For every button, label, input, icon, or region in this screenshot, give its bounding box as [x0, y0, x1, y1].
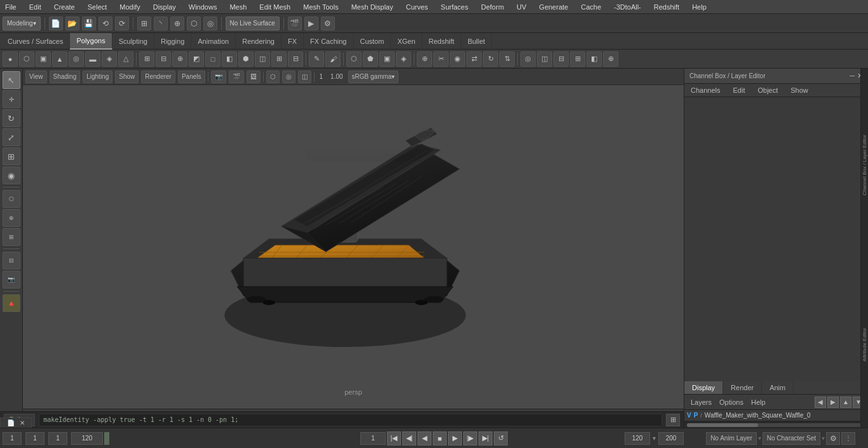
layer-up-btn[interactable]: ▲ [840, 397, 851, 408]
menu-deform[interactable]: Deform [478, 2, 506, 12]
xray-btn[interactable]: ◫ [298, 71, 311, 83]
cb-tab-channels[interactable]: Channels [684, 84, 726, 97]
go-to-end-btn[interactable]: ▶| [478, 431, 492, 445]
menu-display[interactable]: Display [151, 2, 179, 12]
select-tool[interactable]: ↖ [3, 71, 20, 89]
menu-mesh-display[interactable]: Mesh Display [349, 2, 396, 12]
layers-tab-options[interactable]: Options [717, 397, 746, 407]
snap-grid-btn[interactable]: ⊞ [137, 17, 151, 31]
cylinder-icon-btn[interactable]: ▣ [36, 51, 51, 67]
tab-fx-caching[interactable]: FX Caching [304, 33, 353, 50]
snap-curve-btn[interactable]: ◝ [154, 17, 168, 31]
tab-redshift[interactable]: Redshift [423, 33, 461, 50]
tab-rigging[interactable]: Rigging [154, 33, 191, 50]
file-tab-close[interactable]: ✕ [20, 419, 25, 426]
insert-loop-btn[interactable]: ▣ [379, 51, 395, 67]
prism-icon-btn[interactable]: ◈ [102, 51, 117, 67]
extract-btn[interactable]: ◫ [255, 51, 270, 67]
anim-layer-dropdown[interactable]: No Anim Layer [706, 432, 757, 445]
cube-icon-btn[interactable]: ⬡ [19, 51, 34, 67]
menu-modify[interactable]: Modify [117, 2, 142, 12]
menu-3dtool[interactable]: -3DtoAll- [611, 2, 644, 12]
pyramid-icon-btn[interactable]: △ [118, 51, 133, 67]
edge-loop-btn[interactable]: ⬡ [346, 51, 362, 67]
layers-tab-help[interactable]: Help [749, 397, 768, 407]
playback-start-input[interactable] [625, 432, 650, 445]
redo-btn[interactable]: ⟳ [115, 17, 129, 31]
extrude-btn[interactable]: ⊞ [139, 51, 154, 67]
step-back-btn[interactable]: ◀| [402, 431, 416, 445]
slide-edge-btn[interactable]: ⇄ [466, 51, 482, 67]
torus-icon-btn[interactable]: ◎ [69, 51, 84, 67]
menu-cache[interactable]: Cache [578, 2, 604, 12]
reduce-btn[interactable]: ◫ [537, 51, 552, 67]
layer-item[interactable]: V P / Waffle_Maker_with_Square_Waffle_0 [684, 410, 868, 421]
d-tab-display[interactable]: Display [684, 381, 723, 394]
settings-btn[interactable]: ⚙ [826, 432, 840, 445]
paint-select[interactable]: ⊕ [3, 209, 20, 227]
boolean-btn[interactable]: ⊞ [570, 51, 585, 67]
menu-create[interactable]: Create [51, 2, 78, 12]
layers-tab-layers[interactable]: Layers [688, 397, 714, 407]
cb-tab-object[interactable]: Object [751, 84, 784, 97]
edge-ring-btn[interactable]: ⬟ [363, 51, 378, 67]
no-live-surface-btn[interactable]: No Live Surface [226, 17, 280, 31]
bevel-btn[interactable]: ◩ [189, 51, 204, 67]
frame-number-input[interactable] [360, 432, 386, 445]
undo-btn[interactable]: ⟲ [98, 17, 112, 31]
menu-edit[interactable]: Edit [27, 2, 44, 12]
cb-tab-edit[interactable]: Edit [726, 84, 751, 97]
play-forward-btn[interactable]: ▶ [448, 431, 462, 445]
scale-tool[interactable]: ⤢ [3, 128, 20, 146]
flip-btn[interactable]: ⇅ [499, 51, 515, 67]
go-to-start-btn[interactable]: |◀ [387, 431, 401, 445]
command-settings-btn[interactable]: ⊞ [666, 414, 680, 426]
smooth-btn[interactable]: ◎ [282, 71, 295, 83]
menu-mesh-tools[interactable]: Mesh Tools [301, 2, 341, 12]
view-menu[interactable]: View [25, 71, 47, 83]
d-tab-render[interactable]: Render [723, 381, 762, 394]
snap-point-btn[interactable]: ⊕ [170, 17, 184, 31]
side-label-channel-box[interactable]: Channel Box / Layer Editor [862, 135, 867, 196]
camera-icon[interactable]: 📷 [211, 71, 226, 83]
layer-scroll-thumb[interactable] [687, 423, 758, 427]
smart-transform[interactable]: ⊞ [3, 228, 20, 246]
side-label-attribute-editor[interactable]: Attribute Editor [862, 328, 867, 362]
tab-sculpting[interactable]: Sculpting [112, 33, 154, 50]
menu-edit-mesh[interactable]: Edit Mesh [257, 2, 293, 12]
panels-menu[interactable]: Panels [178, 71, 205, 83]
image-plane[interactable]: 🖼 [247, 71, 261, 83]
menu-help[interactable]: Help [689, 2, 709, 12]
retopo-btn[interactable]: ⊟ [553, 51, 569, 67]
open-scene-btn[interactable]: 📂 [65, 17, 79, 31]
menu-generate[interactable]: Generate [536, 2, 571, 12]
mirror-btn[interactable]: ◧ [587, 51, 602, 67]
smooth-btn[interactable]: ◎ [520, 51, 536, 67]
field-frame-2[interactable] [25, 432, 44, 445]
lasso-select[interactable]: ⬡ [3, 190, 20, 208]
menu-windows[interactable]: Windows [186, 2, 220, 12]
workspace-dropdown[interactable]: Modeling ▾ [3, 17, 41, 31]
frame-end-input[interactable] [71, 432, 103, 445]
menu-mesh[interactable]: Mesh [227, 2, 249, 12]
spin-edge-btn[interactable]: ↻ [483, 51, 498, 67]
channel-box-collapse[interactable]: ─ [850, 72, 855, 80]
shading-menu[interactable]: Shading [50, 71, 81, 83]
offset-loop-btn[interactable]: ◈ [396, 51, 411, 67]
last-tool[interactable]: ⊞ [3, 147, 20, 165]
show-manip[interactable]: ⊟ [3, 252, 20, 269]
duplicate-face-btn[interactable]: ⬢ [238, 51, 254, 67]
menu-file[interactable]: File [3, 2, 19, 12]
menu-surfaces[interactable]: Surfaces [438, 2, 471, 12]
tab-bullet[interactable]: Bullet [461, 33, 492, 50]
cone-icon-btn[interactable]: ▲ [52, 51, 67, 67]
character-set-dropdown[interactable]: No Character Set [763, 432, 820, 445]
bridge-btn[interactable]: ⊟ [156, 51, 171, 67]
step-forward-btn[interactable]: |▶ [463, 431, 477, 445]
snap-surface-btn[interactable]: ⬡ [187, 17, 201, 31]
playback-end-input[interactable] [658, 432, 684, 445]
show-menu[interactable]: Show [115, 71, 139, 83]
fill-hole-btn[interactable]: □ [205, 51, 220, 67]
layer-pickable[interactable]: P [694, 412, 698, 419]
render-region[interactable]: 🔺 [3, 294, 20, 312]
